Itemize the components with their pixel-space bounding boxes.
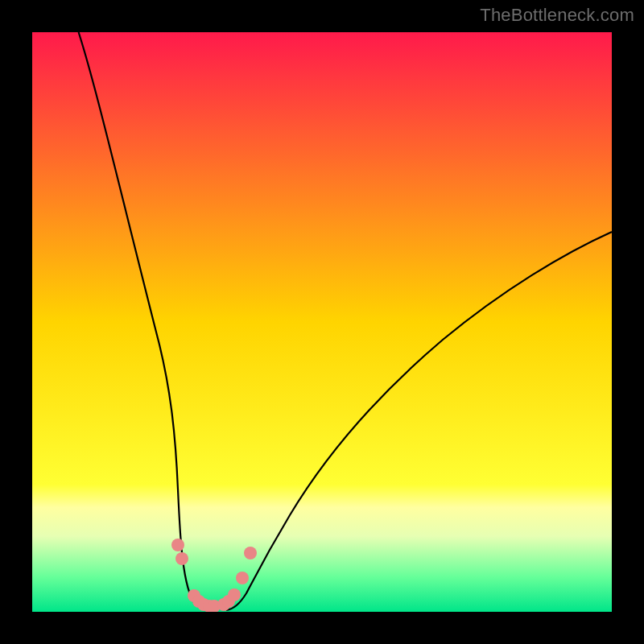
watermark-text: TheBottleneck.com [480, 5, 634, 26]
svg-point-0 [171, 539, 184, 551]
chart-svg [32, 32, 612, 612]
svg-point-11 [244, 547, 257, 559]
chart-frame: TheBottleneck.com [0, 0, 644, 644]
svg-point-9 [228, 588, 241, 601]
gradient-background [32, 32, 612, 612]
svg-point-10 [236, 572, 249, 584]
svg-point-1 [175, 552, 188, 565]
plot-area [32, 32, 612, 612]
